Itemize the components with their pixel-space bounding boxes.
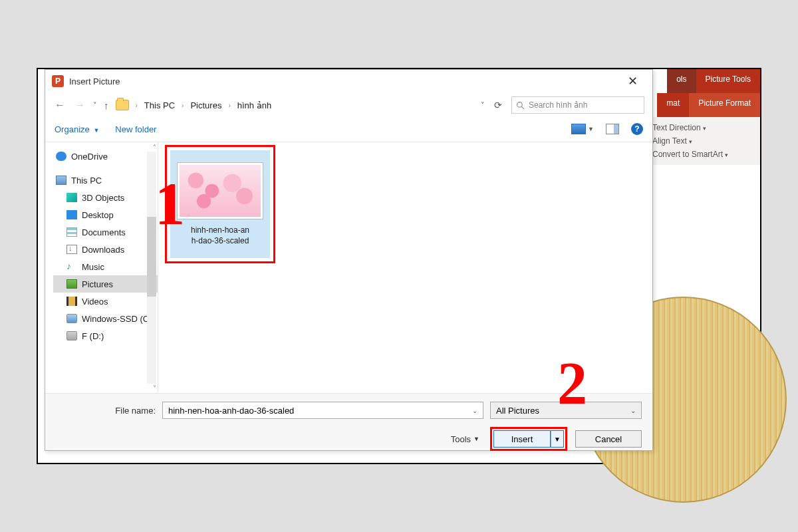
cloud-icon: [56, 152, 66, 161]
video-icon: [66, 297, 77, 306]
svg-point-0: [517, 102, 523, 107]
ribbon-panel: Text Direction ▾ Align Text ▾ Convert to…: [647, 117, 760, 165]
refresh-icon[interactable]: ⟳: [494, 100, 502, 110]
scroll-up-icon[interactable]: ˄: [153, 144, 156, 151]
dialog-toolbar: Organize ▼ New folder ▼ ?: [45, 118, 652, 140]
annotation-box-2: Insert ▼: [490, 427, 567, 451]
music-icon: ♪: [66, 262, 77, 271]
insert-button[interactable]: Insert: [493, 430, 551, 448]
cube-icon: [66, 193, 77, 202]
dialog-title: Insert Picture: [69, 76, 120, 86]
screenshot-canvas: ols Picture Tools mat Picture Format Tex…: [37, 68, 761, 464]
thumbnail-frame: [177, 162, 263, 219]
tree-drive-f[interactable]: F (D:): [53, 327, 158, 344]
tree-music[interactable]: ♪Music: [53, 258, 158, 275]
cancel-button[interactable]: Cancel: [575, 430, 642, 448]
tree-downloads[interactable]: Downloads: [53, 241, 158, 258]
chevron-right-icon: ›: [182, 102, 184, 109]
nav-bar: ← → ˅ ↑ › This PC › Pictures › hình ảnh …: [45, 92, 652, 118]
dialog-titlebar: P Insert Picture ✕: [45, 70, 652, 92]
pc-icon: [56, 176, 66, 185]
organize-menu[interactable]: Organize ▼: [55, 124, 99, 134]
view-mode-button[interactable]: ▼: [571, 124, 594, 134]
ribbon-cmd-align-text[interactable]: Align Text ▾: [652, 134, 755, 148]
address-dropdown-icon[interactable]: ˅: [481, 101, 485, 110]
file-name-input[interactable]: hinh-nen-hoa-anh-dao-36-scaled⌄: [162, 402, 483, 419]
tree-onedrive[interactable]: OneDrive: [53, 148, 158, 165]
tree-this-pc[interactable]: This PC: [53, 172, 158, 189]
desktop-icon: [66, 210, 77, 219]
tree-pictures[interactable]: Pictures: [53, 275, 158, 293]
chevron-down-icon[interactable]: ⌄: [630, 407, 636, 414]
new-folder-button[interactable]: New folder: [115, 124, 156, 134]
document-icon: [66, 227, 77, 237]
tree-documents[interactable]: Documents: [53, 223, 158, 241]
thumbnail-image: [180, 165, 261, 217]
view-icon: [571, 124, 586, 134]
nav-up-icon[interactable]: ↑: [104, 100, 109, 111]
nav-tree: ˄ ˅ OneDrive This PC 3D Objects Desktop …: [45, 142, 158, 393]
drive-icon: [66, 331, 77, 340]
chevron-right-icon: ›: [136, 102, 138, 109]
tools-menu[interactable]: Tools▼: [451, 434, 479, 444]
breadcrumb-pictures[interactable]: Pictures: [190, 100, 221, 110]
dialog-body: ˄ ˅ OneDrive This PC 3D Objects Desktop …: [45, 142, 652, 393]
tree-windows-ssd[interactable]: Windows-SSD (C: [53, 310, 158, 327]
ribbon-cmd-text-direction[interactable]: Text Direction ▾: [652, 121, 755, 134]
nav-forward-icon[interactable]: →: [73, 99, 86, 111]
ribbon-cmd-convert-smartart[interactable]: Convert to SmartArt ▾: [652, 148, 755, 161]
ribbon-tab-picture-tools[interactable]: Picture Tools: [696, 69, 760, 93]
folder-icon: [116, 100, 129, 110]
pictures-icon: [66, 279, 77, 289]
dialog-footer: File name: hinh-nen-hoa-anh-dao-36-scale…: [45, 393, 652, 450]
ribbon-tab-tools[interactable]: ols: [667, 69, 696, 93]
powerpoint-app-icon: P: [52, 75, 64, 87]
svg-line-1: [521, 106, 524, 109]
nav-history-dropdown[interactable]: ˅: [93, 101, 97, 110]
close-button[interactable]: ✕: [619, 74, 646, 88]
breadcrumb-current[interactable]: hình ảnh: [237, 100, 271, 110]
file-name-label: hinh-nen-hoa-anh-dao-36-scaled: [191, 225, 249, 246]
file-name-label-text: File name:: [56, 406, 156, 416]
tree-desktop[interactable]: Desktop: [53, 206, 158, 223]
search-placeholder: Search hình ảnh: [529, 100, 587, 110]
scrollbar-thumb[interactable]: [147, 217, 156, 297]
insert-dropdown-button[interactable]: ▼: [551, 430, 564, 448]
chevron-down-icon[interactable]: ⌄: [472, 407, 477, 414]
annotation-box-1: hinh-nen-hoa-anh-dao-36-scaled: [165, 145, 275, 263]
search-icon: [516, 101, 525, 110]
ribbon-tab-picture-format[interactable]: Picture Format: [689, 93, 760, 117]
nav-back-icon[interactable]: ←: [53, 99, 66, 111]
chevron-right-icon: ›: [228, 102, 230, 109]
insert-picture-dialog: P Insert Picture ✕ ← → ˅ ↑ › This PC › P…: [45, 69, 653, 451]
drive-icon: [66, 314, 77, 323]
file-thumbnail-selected[interactable]: hinh-nen-hoa-anh-dao-36-scaled: [170, 150, 270, 258]
download-icon: [66, 245, 77, 254]
scroll-down-icon[interactable]: ˅: [153, 384, 156, 392]
file-type-filter[interactable]: All Pictures⌄: [490, 402, 642, 419]
ribbon-tab-format[interactable]: mat: [657, 93, 689, 117]
search-input[interactable]: Search hình ảnh: [511, 96, 644, 114]
tree-3d-objects[interactable]: 3D Objects: [53, 189, 158, 206]
tree-videos[interactable]: Videos: [53, 293, 158, 310]
breadcrumb-this-pc[interactable]: This PC: [144, 100, 175, 110]
file-list-area[interactable]: hinh-nen-hoa-anh-dao-36-scaled: [158, 142, 652, 393]
preview-pane-icon[interactable]: [606, 124, 619, 134]
help-icon[interactable]: ?: [631, 123, 643, 135]
